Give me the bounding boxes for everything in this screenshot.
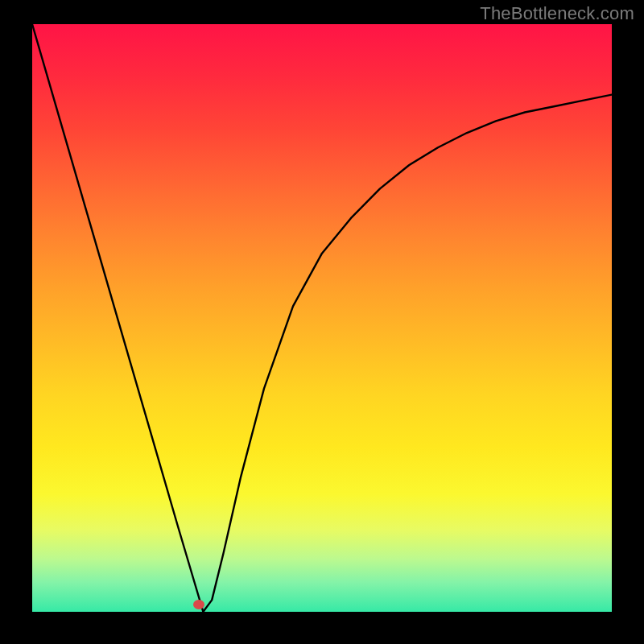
- watermark-text: TheBottleneck.com: [480, 3, 634, 24]
- plot-background-gradient: [32, 24, 612, 612]
- chart-container: TheBottleneck.com: [0, 0, 644, 644]
- minimum-marker-icon: [193, 600, 204, 609]
